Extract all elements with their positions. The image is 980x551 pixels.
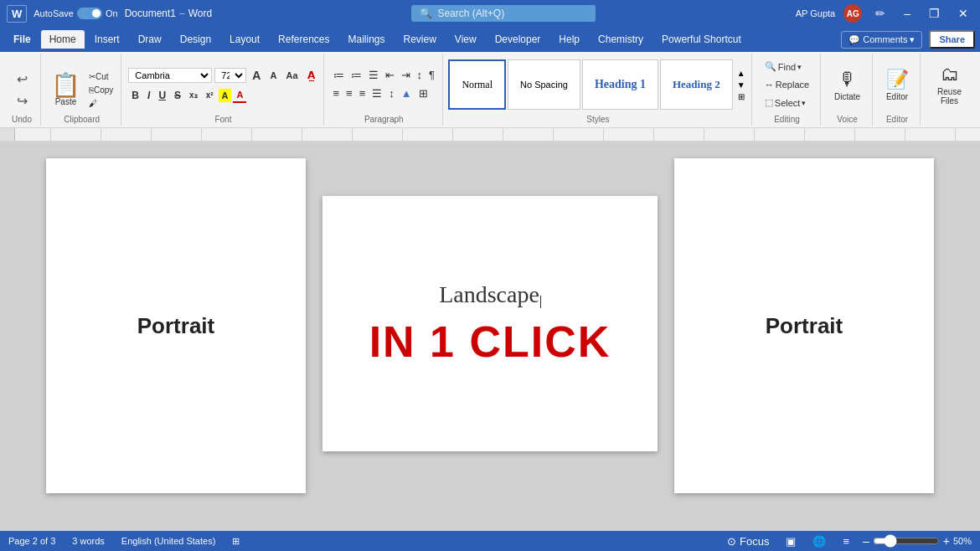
- increase-font-button[interactable]: A: [249, 67, 264, 84]
- tab-mailings[interactable]: Mailings: [339, 30, 393, 49]
- font-size-select[interactable]: 72: [214, 68, 246, 83]
- tab-chemistry[interactable]: Chemistry: [590, 30, 652, 49]
- multilevel-button[interactable]: ☰: [366, 67, 381, 83]
- bold-button[interactable]: B: [128, 88, 142, 103]
- page-center-bottom: IN 1 CLICK: [369, 317, 611, 367]
- styles-down-button[interactable]: ▼: [735, 80, 748, 90]
- autosave-knob: [92, 9, 101, 18]
- zoom-range[interactable]: [873, 534, 940, 548]
- align-right-button[interactable]: ≡: [357, 85, 369, 101]
- tab-file[interactable]: File: [5, 30, 39, 49]
- text-highlight-button[interactable]: A: [219, 89, 232, 102]
- italic-button[interactable]: I: [144, 88, 153, 103]
- landscape-top-text: Landscape: [439, 281, 541, 308]
- change-case-button[interactable]: Aa: [282, 69, 301, 82]
- page-info: Page 2 of 3: [8, 536, 55, 546]
- tab-help[interactable]: Help: [550, 30, 588, 49]
- autosave-toggle[interactable]: [77, 8, 102, 19]
- tab-draw[interactable]: Draw: [130, 30, 170, 49]
- zoom-in-button[interactable]: +: [943, 534, 950, 548]
- tab-references[interactable]: References: [270, 30, 338, 49]
- cut-button[interactable]: ✂ Cut: [86, 70, 116, 83]
- copy-label: Copy: [94, 85, 113, 95]
- style-heading1-button[interactable]: Heading 1: [582, 59, 658, 110]
- title-bar-center: 🔍 Search (Alt+Q): [411, 5, 596, 22]
- show-hide-button[interactable]: ¶: [426, 67, 437, 83]
- close-button[interactable]: ✕: [953, 5, 973, 22]
- replace-button[interactable]: ↔ Replace: [761, 77, 812, 92]
- print-view-button[interactable]: ▣: [782, 533, 799, 549]
- clear-format-button[interactable]: A̲: [304, 68, 318, 83]
- para-row1: ≔ ≔ ☰ ⇤ ⇥ ↕ ¶: [331, 67, 437, 83]
- style-normal-button[interactable]: Normal: [448, 59, 506, 110]
- select-arrow: ▾: [802, 99, 806, 107]
- pen-button[interactable]: ✏: [870, 5, 890, 22]
- align-left-button[interactable]: ≡: [331, 85, 343, 101]
- tab-developer[interactable]: Developer: [487, 30, 549, 49]
- reader-view-button[interactable]: ≡: [839, 533, 853, 549]
- paste-button[interactable]: 📋 Paste: [48, 70, 84, 110]
- strikethrough-button[interactable]: S: [171, 88, 184, 103]
- font-color-button[interactable]: A: [233, 88, 246, 103]
- font-row2: B I U S x₂ x² A A: [128, 88, 317, 103]
- restore-button[interactable]: ❐: [924, 5, 945, 22]
- increase-indent-button[interactable]: ⇥: [399, 67, 413, 83]
- page-center[interactable]: Landscape IN 1 CLICK: [322, 196, 658, 451]
- shading-button[interactable]: ▲: [399, 85, 415, 101]
- editor-button[interactable]: 📝 Editor: [883, 65, 912, 105]
- redo-button[interactable]: ↪: [14, 90, 30, 111]
- reuse-label: Reuse Files: [937, 87, 962, 106]
- sort-button[interactable]: ↕: [415, 67, 426, 83]
- dictate-label: Dictate: [834, 92, 860, 101]
- page-left-text: Portrait: [137, 313, 214, 339]
- dictate-button[interactable]: 🎙 Dictate: [831, 65, 864, 105]
- tab-review[interactable]: Review: [395, 30, 445, 49]
- document-area: Portrait Landscape IN 1 CLICK Portrait: [0, 142, 980, 532]
- underline-button[interactable]: U: [155, 88, 169, 103]
- tab-design[interactable]: Design: [172, 30, 219, 49]
- tab-powerful-shortcut[interactable]: Powerful Shortcut: [653, 30, 750, 49]
- subscript-button[interactable]: x₂: [186, 89, 201, 101]
- title-bar-left: W AutoSave On Document1 – Word: [7, 5, 212, 23]
- select-button[interactable]: ⬚ Select ▾: [761, 95, 812, 111]
- title-bar-right: AP Gupta AG ✏ – ❐ ✕: [796, 4, 973, 23]
- align-center-button[interactable]: ≡: [343, 85, 355, 101]
- numbering-button[interactable]: ≔: [348, 67, 364, 83]
- copy-button[interactable]: ⎘ Copy: [86, 84, 116, 96]
- styles-up-button[interactable]: ▲: [735, 68, 748, 79]
- decrease-indent-button[interactable]: ⇤: [383, 67, 397, 83]
- comments-chevron: ▾: [910, 34, 915, 45]
- focus-icon: ⊙: [727, 535, 736, 548]
- replace-label: Replace: [776, 80, 809, 90]
- undo-button[interactable]: ↩: [14, 69, 30, 90]
- tab-layout[interactable]: Layout: [221, 30, 268, 49]
- minimize-button[interactable]: –: [899, 5, 916, 22]
- comments-button[interactable]: 💬 Comments ▾: [841, 31, 922, 49]
- title-bar: W AutoSave On Document1 – Word 🔍 Search …: [0, 0, 980, 27]
- reuse-files-button[interactable]: 🗂 Reuse Files: [934, 60, 965, 109]
- styles-more-button[interactable]: ⊞: [735, 91, 748, 102]
- line-spacing-button[interactable]: ↕: [386, 85, 397, 101]
- share-button[interactable]: Share: [929, 30, 975, 49]
- tab-home[interactable]: Home: [41, 30, 85, 49]
- justify-button[interactable]: ☰: [369, 85, 384, 101]
- decrease-font-button[interactable]: A: [266, 69, 280, 82]
- focus-label: Focus: [740, 535, 769, 548]
- style-heading2-button[interactable]: Heading 2: [660, 59, 733, 110]
- document-title: Document1 – Word: [125, 8, 213, 19]
- tab-insert[interactable]: Insert: [86, 30, 128, 49]
- find-button[interactable]: 🔍 Find ▾: [761, 59, 812, 75]
- tab-view[interactable]: View: [446, 30, 485, 49]
- font-family-select[interactable]: Cambria: [128, 68, 212, 83]
- search-bar[interactable]: 🔍 Search (Alt+Q): [411, 5, 596, 22]
- superscript-button[interactable]: x²: [203, 89, 217, 101]
- style-normal-label: Normal: [462, 79, 493, 91]
- borders-button[interactable]: ⊞: [416, 85, 431, 101]
- web-view-button[interactable]: 🌐: [809, 533, 829, 549]
- bullets-button[interactable]: ≔: [331, 67, 347, 83]
- style-h1-label: Heading 1: [595, 78, 646, 91]
- zoom-out-button[interactable]: –: [863, 534, 869, 548]
- style-nospacing-button[interactable]: No Spacing: [508, 59, 580, 110]
- focus-button[interactable]: ⊙ Focus: [724, 533, 772, 549]
- format-painter-button[interactable]: 🖌: [86, 97, 116, 110]
